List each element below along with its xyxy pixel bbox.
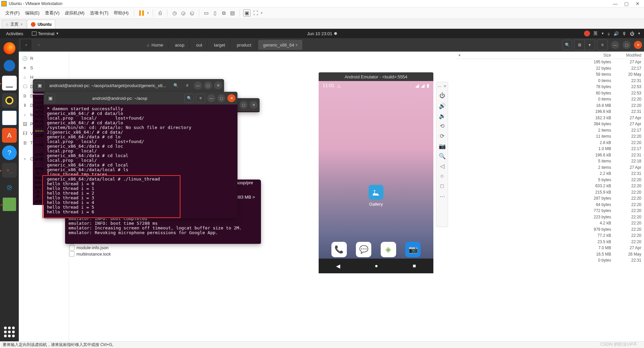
view-console-icon[interactable]: ▯ [211,9,219,17]
table-row[interactable]: 195 bytes27 Apr [456,59,644,65]
emu-overview-icon[interactable]: □ [437,182,447,191]
table-row[interactable]: 64 bytes22:20 [456,202,644,208]
table-row[interactable]: 223 bytes22:20 [456,214,644,220]
table-row[interactable]: 59 items20 May [456,71,644,78]
nav-recent-icon[interactable]: ■ [413,263,416,269]
emu-tool-close[interactable]: ✕ [443,84,446,88]
nautilus-close[interactable]: ✕ [634,41,642,49]
table-row[interactable]: 77.2 kB22:20 [456,232,644,239]
dock-terminal[interactable]: >_ [2,163,17,178]
hamburger-icon[interactable]: ≡ [597,40,607,50]
sidebar-item[interactable]: ★S [19,63,69,72]
terminal-maximize[interactable]: ▢ [217,94,225,102]
system-dropdown-icon[interactable]: ▼ [638,32,641,35]
nav-back-button[interactable]: ‹ [21,40,32,50]
table-row[interactable]: 16.8 MB22:20 [456,102,644,109]
maximize-button[interactable]: ▢ [622,1,632,6]
emu-rotate-right-icon[interactable]: ⟳ [437,131,447,141]
close-button[interactable]: ✕ [633,1,643,6]
dock-thunderbird[interactable] [2,58,17,73]
terminal-minimize[interactable]: — [207,94,215,102]
emu-back-icon[interactable]: ◁ [437,161,447,171]
table-row[interactable]: 979 bytes22:20 [456,226,644,233]
table-row[interactable]: 22 bytes22:17 [456,65,644,72]
snapshot-take-icon[interactable]: ◷ [171,9,178,17]
nautilus-minimize[interactable]: — [611,41,619,49]
mic-icon[interactable]: 🎙 [622,31,627,36]
breadcrumb-target[interactable]: target [209,40,230,50]
emu-rotate-left-icon[interactable]: ⟲ [437,121,447,131]
breadcrumb-aosp[interactable]: aosp [170,40,190,50]
view-single-icon[interactable]: ▭ [203,9,210,17]
terminal-minimize[interactable]: — [194,81,202,89]
table-row[interactable]: 7.0 MB27 Apr [456,245,644,251]
pause-icon[interactable] [138,9,146,17]
menu-edit[interactable]: 编辑(E) [23,9,42,17]
table-row[interactable]: 1.0 MB22:17 [456,146,644,152]
terminal-menu-icon[interactable]: ≡ [182,81,192,90]
terminal-close[interactable]: ✕ [250,101,258,109]
emu-screenshot-icon[interactable]: 📷 [437,141,447,151]
app-menu-terminal[interactable]: Terminal ▼ [29,30,61,37]
breadcrumb-generic[interactable]: generic_x86_64▾ [258,40,303,50]
view-grid-icon[interactable]: ⊞ [575,40,585,50]
table-row[interactable]: 11 items22:20 [456,133,644,140]
table-row[interactable]: 162.3 kB27 Apr [456,115,644,121]
view-thumbnail-icon[interactable]: ▤ [229,9,236,17]
table-row[interactable]: 2 items22:17 [456,127,644,134]
emu-power-icon[interactable]: ⏻ [437,91,447,100]
table-row[interactable]: 5 items22:18 [456,158,644,164]
new-tab-button[interactable]: ▣ [46,94,55,102]
new-tab-button[interactable]: ▣ [35,81,44,90]
terminal-search-icon[interactable]: 🔍 [184,94,194,102]
menu-tabs[interactable]: 选项卡(T) [88,9,111,17]
clock[interactable]: Jun 10 23:01 [307,31,337,36]
table-row[interactable]: 633.2 kB22:20 [456,183,644,189]
android-emulator-window[interactable]: Android Emulator - <build>:5554 11:01 ◬ … [319,72,433,331]
breadcrumb-out[interactable]: out [192,40,207,50]
messages-icon[interactable]: 💬 [356,242,371,257]
menu-view[interactable]: 查看(V) [43,9,61,17]
terminal-maximize[interactable]: ▢ [204,81,212,89]
dock-libreoffice[interactable] [2,111,17,125]
table-row[interactable]: 0 bytes22:31 [456,257,644,264]
android-icon[interactable]: ◈ [381,242,396,257]
table-row[interactable]: 196.6 kB22:31 [456,152,644,158]
table-row[interactable]: 23.5 kB22:20 [456,239,644,245]
view-dropdown-icon[interactable]: ▾ [585,40,595,50]
table-row[interactable]: 5 bytes22:20 [456,177,644,183]
phone-icon[interactable]: 📞 [331,242,347,257]
menu-help[interactable]: 帮助(H) [112,9,130,17]
table-row[interactable]: 215.9 kB22:20 [456,189,644,196]
view-unity-icon[interactable]: ⧉ [220,9,227,17]
snapshot-revert-icon[interactable]: ◶ [179,9,187,17]
table-row[interactable]: 4.2 kB22:20 [456,220,644,226]
terminal-maximize[interactable]: ▢ [239,101,248,109]
table-row[interactable]: 196.6 kB22:31 [456,109,644,115]
table-row[interactable]: 2.2 kB22:31 [456,170,644,177]
table-row[interactable]: 2 items27 Apr [456,164,644,171]
table-row[interactable]: 384 bytes27 Apr [456,121,644,127]
menu-file[interactable]: 文件(F) [3,9,22,17]
dock-files[interactable] [2,76,17,90]
tab-home-close-icon[interactable]: × [20,22,23,27]
cycle-icon[interactable]: ⛶ [252,9,259,17]
nav-back-icon[interactable]: ◀ [336,263,340,269]
nav-forward-button[interactable]: › [34,40,44,50]
emu-home-icon[interactable]: ○ [437,171,447,181]
lang-dropdown-icon[interactable]: ▼ [601,32,604,35]
fullscreen-icon[interactable]: ▣ [243,9,251,17]
breadcrumb-home[interactable]: Home [142,40,168,50]
breadcrumb-product[interactable]: product [232,40,256,50]
col-modified[interactable]: Modified [618,53,641,58]
file-row[interactable]: multiinstance.lock [69,251,125,257]
nautilus-maximize[interactable]: ▢ [623,41,631,49]
emulator-screen[interactable]: 11:01 ◬ ◢ ◢ ▮ Gallery 📞 💬 ◈ 📷 ◀ ● [319,81,433,273]
send-ctrlaltdel-icon[interactable]: ⎙ [156,9,164,17]
emu-zoom-icon[interactable]: 🔍 [437,151,447,161]
emu-tool-minimize[interactable]: — [438,84,441,88]
app-gallery[interactable]: Gallery [369,185,383,207]
nautilus-search-button[interactable]: 🔍 [562,40,572,50]
terminal-search-icon[interactable]: 🔍 [171,81,180,90]
dock-emulator[interactable] [3,198,16,211]
